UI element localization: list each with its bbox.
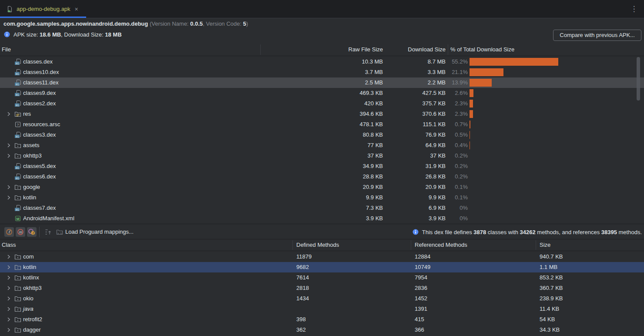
folder-icon <box>14 184 21 191</box>
dex-icon: 01 <box>14 173 21 180</box>
expand-chevron-icon[interactable] <box>5 285 12 292</box>
vertical-scrollbar-thumb[interactable] <box>637 57 640 101</box>
deobfuscate-names-button[interactable]: a.b <box>55 227 64 237</box>
download-pct-bar <box>470 100 473 108</box>
download-size-value: 115.1 KB <box>423 119 446 130</box>
manifest-icon: M <box>14 215 21 222</box>
file-row[interactable]: google20.9 KB20.9 KB0.1% <box>0 182 644 192</box>
defined-methods-value: 9682 <box>296 262 309 272</box>
sort-tree-button[interactable] <box>44 227 53 237</box>
folder-icon <box>14 152 21 159</box>
filter-methods-toggle-button[interactable]: m <box>16 227 25 237</box>
file-name: classes11.dex <box>23 77 58 88</box>
file-row[interactable]: 01classes9.dex469.3 KB427.5 KB2.6% <box>0 88 644 98</box>
class-row[interactable]: com1187912884940.7 KB <box>0 252 644 262</box>
kebab-menu-icon[interactable]: ⋮ <box>630 4 638 14</box>
expand-chevron-icon[interactable] <box>5 264 12 271</box>
compare-with-previous-apk-button[interactable]: Compare with previous APK... <box>553 30 641 41</box>
column-divider <box>448 44 448 55</box>
expand-chevron-icon[interactable] <box>5 274 12 281</box>
column-file[interactable]: File <box>2 44 11 56</box>
download-pct-value: 13.9% <box>452 77 468 88</box>
file-table-header: File Raw File Size Download Size % of To… <box>0 44 644 56</box>
file-table-rows: 01classes.dex10.3 MB8.7 MB55.2% 01classe… <box>0 57 644 224</box>
svg-text:01: 01 <box>16 62 19 65</box>
class-row[interactable]: okhttp328182836360.7 KB <box>0 283 644 293</box>
dex-info-line: This dex file defines 3878 classes with … <box>412 224 642 240</box>
size-value: 940.7 KB <box>540 252 563 262</box>
expand-chevron-icon[interactable] <box>5 194 12 201</box>
raw-file-size-value: 28.8 KB <box>363 171 383 182</box>
file-row[interactable]: 01classes2.dex420 KB375.7 KB2.3% <box>0 98 644 109</box>
column-download-size[interactable]: Download Size <box>408 44 446 56</box>
expand-chevron-icon[interactable] <box>5 142 12 149</box>
expand-chevron-icon[interactable] <box>5 111 12 118</box>
folder-icon <box>14 142 21 149</box>
close-icon[interactable]: × <box>74 6 79 12</box>
dex-icon: 01 <box>14 205 21 212</box>
file-row[interactable]: 01classes3.dex80.8 KB76.9 KB0.5% <box>0 130 644 140</box>
file-row[interactable]: 01classes6.dex28.8 KB26.8 KB0.2% <box>0 171 644 182</box>
file-row[interactable]: okhttp337 KB37 KB0.2% <box>0 151 644 161</box>
file-row[interactable]: 01classes7.dex7.3 KB6.9 KB0% <box>0 203 644 213</box>
package-icon <box>14 326 21 333</box>
file-row[interactable]: 01classes11.dex2.5 MB2.2 MB13.9% <box>0 77 644 88</box>
show-all-classes-toggle-button[interactable]: f <box>27 227 37 237</box>
raw-file-size-value: 20.9 KB <box>363 182 383 192</box>
expand-chevron-icon[interactable] <box>5 152 12 159</box>
file-row[interactable]: kotlin9.9 KB9.9 KB0.1% <box>0 192 644 203</box>
svg-text:a.b: a.b <box>57 232 62 235</box>
expand-chevron-icon[interactable] <box>5 184 12 191</box>
column-divider <box>260 44 261 55</box>
download-pct-value: 0.1% <box>455 182 468 192</box>
version-code: 5 <box>243 20 246 27</box>
expand-chevron-icon[interactable] <box>5 295 12 302</box>
referenced-methods-value: 366 <box>415 325 424 335</box>
method-icon: m <box>17 228 24 235</box>
column-referenced-methods[interactable]: Referenced Methods <box>415 239 467 251</box>
class-row[interactable]: kotlinx76147954853.2 KB <box>0 272 644 283</box>
file-row[interactable]: 01classes10.dex3.7 MB3.3 MB21.1% <box>0 67 644 77</box>
column-raw-file-size[interactable]: Raw File Size <box>349 44 383 56</box>
raw-file-size-value: 478.1 KB <box>360 119 383 130</box>
referenced-methods-value: 2836 <box>415 283 427 293</box>
class-row[interactable]: kotlin9682107491.1 MB <box>0 262 644 272</box>
download-size-value: 20.9 KB <box>426 182 446 192</box>
file-name: kotlin <box>23 192 36 203</box>
file-row[interactable]: 01classes5.dex34.9 KB31.9 KB0.2% <box>0 161 644 171</box>
referenced-methods-value: 12884 <box>415 252 430 262</box>
load-proguard-mappings-link[interactable]: Load Proguard mappings... <box>65 224 134 240</box>
expand-chevron-icon[interactable] <box>5 306 12 312</box>
column-pct-of-total[interactable]: % of Total Download Size <box>450 44 514 56</box>
expand-chevron-icon[interactable] <box>5 253 12 260</box>
tab-app-demo-debug-apk[interactable]: app-demo-debug.apk × <box>0 0 85 18</box>
svg-text:?: ? <box>17 123 19 127</box>
defined-methods-value: 398 <box>296 314 306 325</box>
size-value: 360.7 KB <box>540 283 563 293</box>
size-value: 11.4 KB <box>540 304 559 314</box>
expand-chevron-icon[interactable] <box>5 326 12 333</box>
size-value: 853.2 KB <box>540 272 563 283</box>
class-row[interactable]: java139111.4 KB <box>0 304 644 314</box>
file-row[interactable]: res394.6 KB370.6 KB2.3% <box>0 109 644 119</box>
file-name: resources.arsc <box>23 119 60 130</box>
file-name: classes6.dex <box>23 171 56 182</box>
download-size-value: 37 KB <box>430 151 446 161</box>
referenced-methods-value: 415 <box>415 314 424 325</box>
file-row[interactable]: 01classes.dex10.3 MB8.7 MB55.2% <box>0 57 644 67</box>
class-row[interactable]: okio14341452238.9 KB <box>0 293 644 304</box>
download-pct-value: 2.3% <box>455 98 468 109</box>
package-name: dagger <box>23 325 40 335</box>
column-size[interactable]: Size <box>540 239 550 251</box>
file-row[interactable]: ?resources.arsc478.1 KB115.1 KB0.7% <box>0 119 644 130</box>
package-icon <box>14 253 21 260</box>
file-row[interactable]: MAndroidManifest.xml3.9 KB3.9 KB0% <box>0 213 644 224</box>
filter-fields-toggle-button[interactable]: f <box>4 227 14 237</box>
class-row[interactable]: dagger36236634.3 KB <box>0 325 644 335</box>
column-defined-methods[interactable]: Defined Methods <box>296 239 339 251</box>
expand-chevron-icon[interactable] <box>5 316 12 323</box>
file-name: classes.dex <box>23 57 53 67</box>
column-class[interactable]: Class <box>2 239 16 251</box>
file-row[interactable]: assets77 KB64.9 KB0.4% <box>0 140 644 151</box>
class-row[interactable]: retrofit239841554 KB <box>0 314 644 325</box>
